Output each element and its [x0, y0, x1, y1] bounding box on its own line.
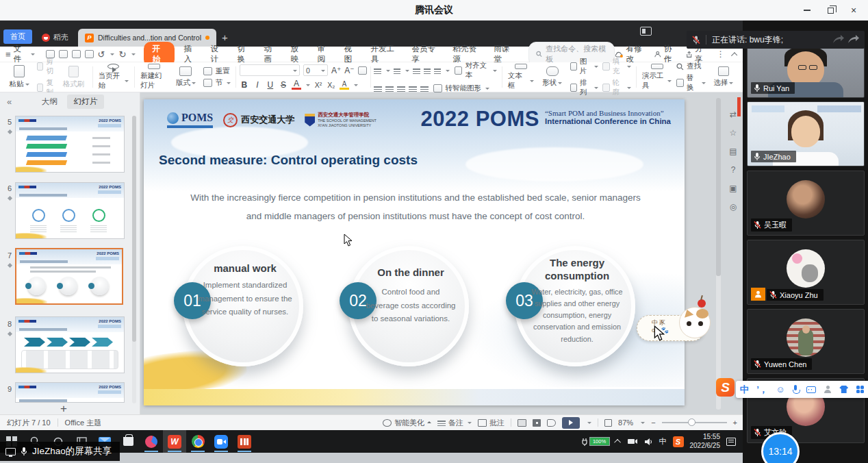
video-tile-xiaoyu-zhu[interactable]: Xiaoyu Zhu	[747, 240, 865, 305]
highlight-button[interactable]: Ａ	[340, 79, 349, 90]
meeting-app-button[interactable]	[209, 430, 233, 453]
pane-help-icon[interactable]: ?	[731, 165, 736, 175]
zoom-percent[interactable]: 87%	[618, 418, 633, 427]
ime-mode-button[interactable]: 中	[740, 384, 749, 396]
tab-slides[interactable]: 幻灯片	[67, 95, 105, 109]
section-button[interactable]: 节	[202, 78, 232, 88]
numbering-dropdown[interactable]	[405, 70, 409, 74]
tab-home[interactable]: 首页	[3, 29, 32, 44]
pane-swap-icon[interactable]: ⇄	[730, 110, 737, 119]
fill-button[interactable]: 填充	[601, 57, 633, 76]
pane-target-icon[interactable]: ◎	[730, 202, 737, 212]
ime-skin-button[interactable]	[839, 386, 848, 393]
font-name-combo[interactable]	[240, 64, 300, 76]
pane-star-icon[interactable]: ☆	[730, 128, 737, 138]
select-button[interactable]: 选择	[709, 64, 739, 90]
video-tile-yuwen-chen[interactable]: Yuwen Chen	[747, 309, 865, 374]
action-center-icon[interactable]	[726, 438, 736, 446]
ime-keyboard-button[interactable]	[806, 386, 816, 393]
projector-icon[interactable]	[627, 438, 638, 445]
normal-view-button[interactable]	[518, 419, 526, 427]
print-icon[interactable]	[72, 50, 81, 58]
align-center-icon[interactable]	[385, 86, 394, 92]
collaborate-button[interactable]: 协作	[654, 44, 677, 64]
highlight-dropdown[interactable]	[354, 84, 358, 88]
replace-button[interactable]: 替换	[675, 73, 707, 92]
swoosh-arrow-icon[interactable]	[832, 35, 844, 45]
slideshow-dropdown[interactable]	[587, 422, 591, 426]
volume-icon[interactable]	[644, 438, 653, 446]
save-icon[interactable]	[59, 50, 68, 58]
notes-button[interactable]: 备注	[437, 418, 472, 428]
slide-thumbnail-5[interactable]: 2022 POMS	[15, 116, 125, 173]
format-painter-button[interactable]: 格式刷	[59, 64, 89, 90]
clear-format-icon[interactable]	[358, 66, 367, 75]
underline-button[interactable]: U	[266, 80, 275, 90]
canvas-scrollbar[interactable]	[716, 98, 721, 410]
video-tile-wuyuxia[interactable]: 吴玉暇	[747, 171, 865, 236]
to-smartart-button[interactable]: 转智能图形	[432, 84, 491, 93]
wps-app-button[interactable]: W	[163, 430, 186, 453]
theme-name[interactable]: Office 主题	[65, 418, 102, 428]
cut-button[interactable]: 剪切	[36, 57, 58, 76]
textbox-button[interactable]: 文本框	[506, 64, 536, 90]
pane-mail-icon[interactable]: ▣	[729, 184, 737, 193]
font-color-button[interactable]: A	[292, 79, 301, 90]
chrome-app-button[interactable]	[186, 430, 209, 453]
sogou-tray-icon[interactable]: S	[673, 436, 684, 447]
decrease-font-button[interactable]: A⁻	[344, 66, 354, 75]
minimize-button[interactable]	[795, 0, 819, 21]
italic-button[interactable]: I	[253, 80, 262, 90]
slide-sorter-view-button[interactable]	[533, 419, 541, 427]
battery-indicator[interactable]: 100%	[582, 437, 610, 446]
increase-indent-icon[interactable]	[424, 68, 431, 74]
find-button[interactable]: 查找	[675, 62, 707, 71]
swoosh-arrow-icon[interactable]	[847, 35, 859, 45]
slideshow-button[interactable]	[562, 417, 580, 429]
close-button[interactable]: ×	[842, 0, 865, 21]
distribute-icon[interactable]	[420, 86, 429, 92]
slide-thumbnail-7-selected[interactable]: 2022 POMS	[15, 248, 123, 305]
comments-button[interactable]: 批注	[478, 418, 505, 428]
ime-emoji-button[interactable]: ☺	[776, 384, 784, 395]
align-right-icon[interactable]	[397, 86, 405, 92]
slide-thumbnail-8[interactable]: 2022 POMS	[15, 316, 125, 373]
ime-account-button[interactable]	[824, 386, 832, 393]
ime-voice-button[interactable]	[793, 385, 799, 394]
maximize-button[interactable]	[819, 0, 842, 21]
tray-expand-icon[interactable]	[614, 439, 621, 446]
picture-button[interactable]: 图片	[569, 57, 600, 76]
pane-properties-icon[interactable]: ▤	[729, 147, 737, 156]
align-text-button[interactable]: 对齐文本	[453, 61, 498, 80]
line-spacing-icon[interactable]	[434, 68, 441, 74]
bullets-dropdown[interactable]	[386, 70, 390, 74]
collapse-panel-button[interactable]: «	[0, 97, 18, 107]
zoom-slider-knob[interactable]	[688, 418, 695, 426]
remote-app-button[interactable]	[140, 430, 163, 453]
font-color-dropdown[interactable]	[306, 84, 310, 88]
ime-toolbox-button[interactable]	[856, 386, 865, 394]
strike-button[interactable]: S	[279, 80, 288, 90]
numbering-icon[interactable]	[394, 68, 400, 74]
add-slide-button[interactable]: +	[60, 402, 67, 416]
ime-mode-indicator[interactable]: 中	[659, 436, 667, 447]
tab-layout-icon[interactable]	[640, 27, 652, 36]
increase-font-button[interactable]: A⁺	[331, 66, 341, 75]
tab-docer[interactable]: 稻壳	[35, 29, 78, 47]
beautify-button[interactable]: 智能美化	[383, 418, 431, 428]
present-tools-button[interactable]: 演示工具	[640, 64, 674, 90]
font-size-combo[interactable]: 0	[303, 64, 328, 76]
zoom-slider[interactable]	[662, 422, 727, 423]
collapse-ribbon-icon[interactable]	[731, 52, 737, 58]
undo-dropdown[interactable]	[110, 53, 114, 58]
tab-outline[interactable]: 大纲	[35, 95, 64, 109]
line-spacing-dropdown[interactable]	[446, 70, 450, 74]
reset-button[interactable]: 重置	[202, 66, 232, 76]
taskbar-clock[interactable]: 15:552022/6/25	[690, 433, 721, 450]
ime-punctuation-button[interactable]: ’，	[756, 384, 768, 396]
zoom-in-button[interactable]: +	[733, 418, 737, 427]
reading-view-button[interactable]	[547, 419, 556, 427]
superscript-button[interactable]: X²	[314, 81, 323, 89]
file-menu[interactable]: ≡ 文件	[0, 44, 40, 64]
shapes-button[interactable]: 形状	[537, 64, 567, 90]
